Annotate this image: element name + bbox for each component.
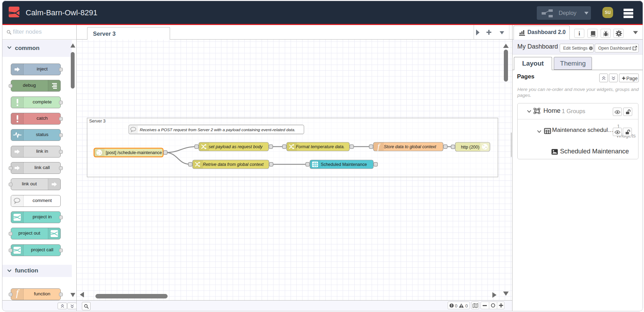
svg-text:http (200): http (200) — [461, 145, 479, 150]
svg-text:Format temperature data.: Format temperature data. — [296, 144, 345, 149]
svg-text:Server 3: Server 3 — [89, 119, 105, 124]
svg-text:Retrive data from global conte: Retrive data from global context — [203, 162, 264, 167]
svg-text:Receives a POST request from S: Receives a POST request from Server 2 wi… — [140, 127, 296, 132]
svg-text:set payload as request body: set payload as request body — [209, 144, 263, 149]
svg-text:[post] /schedule-maintenance: [post] /schedule-maintenance — [106, 150, 162, 155]
svg-text:Scheduled Maintenance: Scheduled Maintenance — [321, 162, 367, 167]
svg-text:Store data to global context: Store data to global context — [384, 144, 436, 149]
